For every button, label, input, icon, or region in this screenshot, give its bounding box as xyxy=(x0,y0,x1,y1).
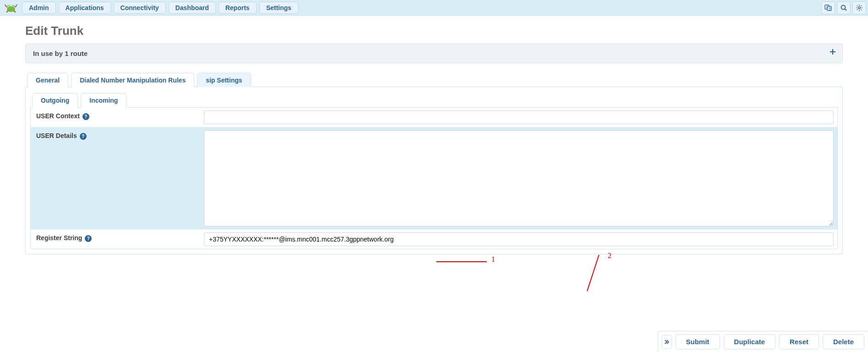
svg-text:A: A xyxy=(826,6,828,9)
svg-point-4 xyxy=(13,6,14,7)
label-register-string-text: Register String xyxy=(36,234,82,242)
plus-icon xyxy=(830,49,836,55)
svg-line-19 xyxy=(861,6,862,6)
field-register-string xyxy=(200,230,837,249)
svg-point-11 xyxy=(858,7,860,9)
sub-tab-content: USER Context ? USER Details ? xyxy=(30,108,838,249)
gear-icon xyxy=(856,4,863,11)
svg-line-16 xyxy=(857,6,858,6)
sub-tab-row: Outgoing Incoming xyxy=(30,93,838,108)
search-button[interactable] xyxy=(837,1,851,14)
svg-text:文: 文 xyxy=(829,7,831,10)
annotation-label-2: 2 xyxy=(608,251,612,260)
language-icon: A 文 xyxy=(824,4,832,11)
nav-applications[interactable]: Applications xyxy=(59,2,111,14)
field-user-details xyxy=(200,127,837,229)
help-register-string[interactable]: ? xyxy=(85,235,92,242)
main-tab-row: General Dialed Number Manipulation Rules… xyxy=(25,72,843,87)
banner-expand-button[interactable] xyxy=(830,49,836,55)
svg-line-10 xyxy=(845,9,847,11)
tab-sip-settings[interactable]: sip Settings xyxy=(197,73,251,87)
nav-dashboard[interactable]: Dashboard xyxy=(169,2,216,14)
annotation-line-1 xyxy=(436,261,487,262)
page-title: Edit Trunk xyxy=(25,24,843,38)
nav-admin[interactable]: Admin xyxy=(22,2,56,14)
frog-logo-icon xyxy=(4,2,18,13)
search-icon xyxy=(840,4,847,11)
label-user-details-text: USER Details xyxy=(36,132,77,139)
usage-banner: In use by 1 route xyxy=(25,44,843,63)
main-tab-content: Outgoing Incoming USER Context ? USER De… xyxy=(25,87,843,254)
language-button[interactable]: A 文 xyxy=(821,1,835,14)
help-user-details[interactable]: ? xyxy=(80,133,87,140)
label-user-context: USER Context ? xyxy=(31,108,200,127)
annotation-line-2 xyxy=(587,255,599,291)
top-navbar: Admin Applications Connectivity Dashboar… xyxy=(0,0,868,16)
field-user-context xyxy=(200,108,837,127)
input-user-context[interactable] xyxy=(204,110,834,124)
topbar-right-controls: A 文 xyxy=(821,1,866,14)
nav-settings[interactable]: Settings xyxy=(259,2,298,14)
svg-line-17 xyxy=(861,10,862,11)
svg-point-3 xyxy=(8,6,10,7)
subtab-incoming[interactable]: Incoming xyxy=(81,93,126,108)
settings-gear-button[interactable] xyxy=(852,1,866,14)
svg-point-9 xyxy=(841,6,846,10)
row-user-context: USER Context ? xyxy=(31,108,837,127)
label-user-context-text: USER Context xyxy=(36,112,80,120)
row-user-details: USER Details ? xyxy=(31,127,837,230)
usage-banner-text: In use by 1 route xyxy=(33,50,88,57)
help-user-context[interactable]: ? xyxy=(82,113,89,120)
svg-line-18 xyxy=(857,10,858,11)
input-register-string[interactable] xyxy=(204,232,834,246)
tab-dialed-rules[interactable]: Dialed Number Manipulation Rules xyxy=(71,73,194,87)
row-register-string: Register String ? xyxy=(31,230,837,249)
nav-reports[interactable]: Reports xyxy=(219,2,257,14)
app-logo[interactable] xyxy=(3,2,19,14)
subtab-outgoing[interactable]: Outgoing xyxy=(32,93,78,108)
label-register-string: Register String ? xyxy=(31,230,200,249)
nav-connectivity[interactable]: Connectivity xyxy=(114,2,166,14)
textarea-user-details[interactable] xyxy=(204,130,834,226)
label-user-details: USER Details ? xyxy=(31,127,200,229)
page-body: Edit Trunk In use by 1 route General Dia… xyxy=(0,16,868,291)
annotation-label-1: 1 xyxy=(491,255,495,264)
tab-general[interactable]: General xyxy=(27,73,68,87)
